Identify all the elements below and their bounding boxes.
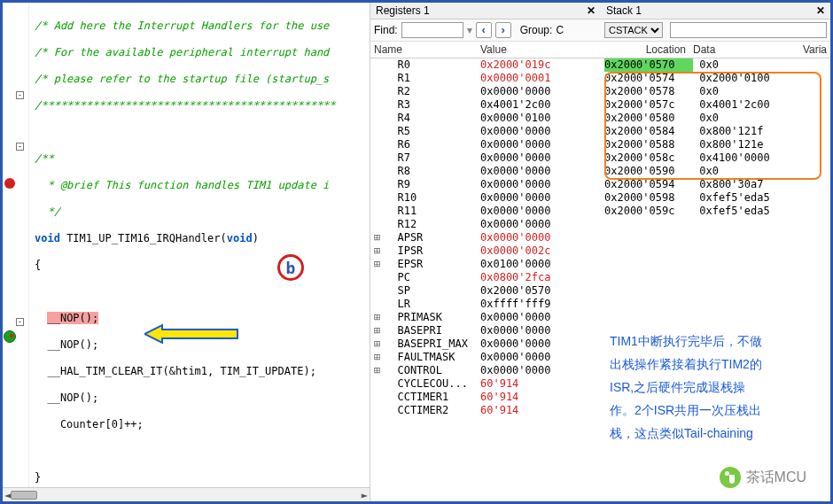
register-row[interactable]: PC0x0800'2fca [370, 271, 601, 284]
code-line [35, 125, 364, 139]
register-row[interactable]: R60x0000'0000 [370, 138, 601, 151]
stack-row[interactable]: 0x2000'059c 0xfef5'eda5 [601, 205, 830, 218]
stack-row[interactable]: 0x2000'0580 0x0 [601, 112, 830, 125]
stack-header: Location Data Varia [601, 42, 830, 58]
stack-toolbar: CSTACK [601, 19, 830, 42]
stack-input[interactable] [670, 22, 827, 38]
register-row[interactable]: R20x0000'0000 [370, 85, 601, 98]
stack-panel: Stack 1 ✕ CSTACK Location Data Varia 0x2… [601, 3, 830, 501]
register-row[interactable]: R70x0000'0000 [370, 151, 601, 165]
registers-header: Name Value [370, 42, 601, 58]
group-value: C [556, 24, 564, 36]
register-row[interactable]: ⊞ PRIMASK0x0000'0000 [370, 311, 601, 324]
register-row[interactable]: CCTIMER160'914 [370, 391, 601, 404]
code-editor-panel: - - - /* Add here the Interrupt Handlers… [3, 3, 370, 501]
stack-row[interactable]: 0x2000'0588 0x800'121e [601, 138, 830, 151]
registers-panel: Registers 1 ✕ Find: ▾ ‹ › Group: C Name … [370, 3, 601, 501]
watermark: 茶话MCU [720, 467, 806, 488]
code-line: __HAL_TIM_CLEAR_IT(&htim1, TIM_IT_UPDATE… [35, 364, 364, 378]
stack-row[interactable]: 0x2000'0578 0x0 [601, 85, 830, 98]
dropdown-icon[interactable]: ▾ [467, 24, 472, 36]
register-row[interactable]: ⊞ BASEPRI_MAX0x0000'0000 [370, 337, 601, 351]
register-row[interactable]: CCTIMER260'914 [370, 404, 601, 417]
col-varia[interactable]: Varia [791, 43, 827, 56]
code-line: void TIM1_UP_TIM16_IRQHandler(void) [35, 231, 364, 245]
code-line: /** [35, 151, 364, 166]
code-line: __NOP(); [35, 391, 364, 405]
close-icon[interactable]: ✕ [587, 4, 596, 17]
current-execution-marker[interactable] [4, 330, 16, 343]
register-row[interactable]: R110x0000'0000 [370, 205, 601, 218]
code-gutter: - - - [3, 3, 29, 501]
register-row[interactable]: LR0xffff'fff9 [370, 298, 601, 311]
group-label: Group: [520, 24, 553, 36]
register-row[interactable]: SP0x2000'0570 [370, 284, 601, 298]
code-line: { [35, 258, 364, 272]
fold-toggle[interactable]: - [16, 143, 24, 151]
register-row[interactable]: R30x4001'2c00 [370, 98, 601, 112]
col-value[interactable]: Value [480, 43, 597, 56]
fold-toggle[interactable]: - [16, 91, 24, 99]
stack-row[interactable]: 0x2000'0570 0x0 [601, 58, 830, 72]
code-line: /* Add here the Interrupt Handlers for t… [35, 19, 364, 33]
register-row[interactable]: ⊞ CONTROL0x0000'0000 [370, 364, 601, 377]
stack-row[interactable]: 0x2000'0574 0x2000'0100 [601, 72, 830, 85]
register-row[interactable]: R90x0000'0000 [370, 178, 601, 191]
annotation-text: TIM1中断执行完毕后，不做 出栈操作紧接着执行TIM2的 ISR,之后硬件完成… [601, 324, 830, 450]
find-input[interactable] [401, 22, 463, 38]
stack-row[interactable]: 0x2000'057c 0x4001'2c00 [601, 98, 830, 112]
register-row[interactable]: ⊞ BASEPRI0x0000'0000 [370, 324, 601, 337]
breakpoint-marker[interactable] [4, 178, 15, 189]
register-row[interactable]: R100x0000'0000 [370, 191, 601, 205]
code-line: /***************************************… [35, 98, 364, 112]
svg-marker-0 [144, 325, 237, 343]
code-line: /* For the available peripheral interrup… [35, 45, 364, 59]
register-row[interactable]: R40x0000'0100 [370, 112, 601, 125]
code-line: Counter[0]++; [35, 417, 364, 431]
register-row[interactable]: R120x0000'0000 [370, 218, 601, 231]
scrollbar-horizontal[interactable]: ◄► [3, 487, 370, 501]
annotation-b: b [277, 254, 304, 281]
registers-body: R00x2000'019c R10x0000'0001 R20x0000'000… [370, 58, 601, 501]
stack-row[interactable]: 0x2000'0584 0x800'121f [601, 125, 830, 138]
fold-toggle[interactable]: - [16, 318, 24, 326]
code-line [35, 284, 364, 299]
registers-toolbar: Find: ▾ ‹ › Group: C [370, 19, 601, 42]
register-row[interactable]: R10x0000'0001 [370, 72, 601, 85]
code-line: */ [35, 205, 364, 219]
registers-title: Registers 1 ✕ [370, 3, 601, 19]
col-location[interactable]: Location [604, 43, 693, 56]
register-row[interactable]: ⊞ FAULTMASK0x0000'0000 [370, 351, 601, 364]
stack-row[interactable]: 0x2000'0594 0x800'30a7 [601, 178, 830, 191]
register-row[interactable]: ⊞ IPSR0x0000'002c [370, 244, 601, 258]
col-data[interactable]: Data [693, 43, 791, 56]
stack-row[interactable]: 0x2000'058c 0x4100'0000 [601, 151, 830, 165]
stack-body: 0x2000'0570 0x00x2000'0574 0x2000'01000x… [601, 58, 830, 218]
register-row[interactable]: R50x0000'0000 [370, 125, 601, 138]
register-row[interactable]: ⊞ EPSR0x0100'0000 [370, 258, 601, 271]
stack-title: Stack 1 ✕ [601, 3, 830, 19]
find-next-button[interactable]: › [495, 22, 511, 38]
code-line: * @brief This function handles TIM1 upda… [35, 178, 364, 192]
register-row[interactable]: CYCLECOU...60'914 [370, 377, 601, 391]
register-row[interactable]: R00x2000'019c [370, 58, 601, 72]
register-row[interactable]: ⊞ APSR0x0000'0000 [370, 231, 601, 244]
stack-row[interactable]: 0x2000'0598 0xfef5'eda5 [601, 191, 830, 205]
stack-row[interactable]: 0x2000'0590 0x0 [601, 165, 830, 178]
col-name[interactable]: Name [374, 43, 480, 56]
register-row[interactable]: R80x0000'0000 [370, 165, 601, 178]
wechat-icon [720, 467, 741, 488]
code-body[interactable]: /* Add here the Interrupt Handlers for t… [29, 3, 370, 501]
find-label: Find: [374, 24, 398, 36]
code-line [35, 444, 364, 458]
find-prev-button[interactable]: ‹ [476, 22, 492, 38]
code-line: } [35, 470, 364, 485]
stack-select[interactable]: CSTACK [604, 22, 663, 38]
code-line: /* please refer to the startup file (sta… [35, 72, 364, 86]
close-icon[interactable]: ✕ [816, 4, 825, 17]
